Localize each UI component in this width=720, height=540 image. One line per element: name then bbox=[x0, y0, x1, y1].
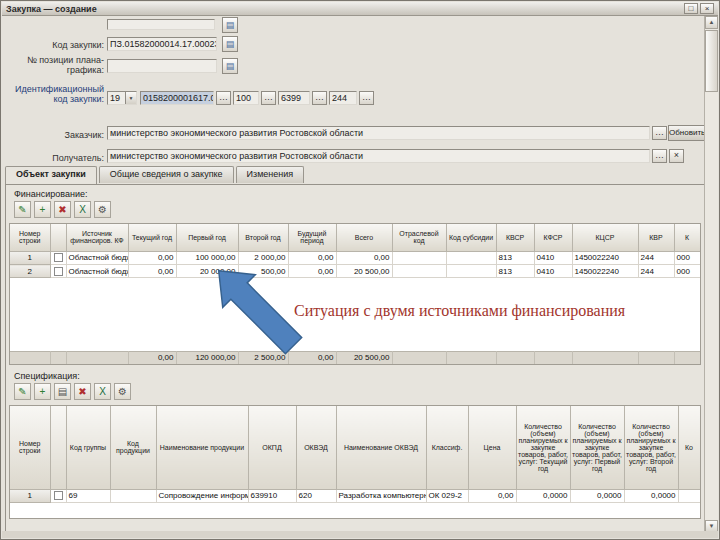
cell[interactable]: 1450022240 bbox=[572, 265, 638, 278]
add-icon[interactable]: + bbox=[34, 383, 51, 400]
column-header[interactable]: Текущий год bbox=[128, 224, 176, 251]
close-button[interactable]: × bbox=[700, 3, 714, 14]
tab-2[interactable]: Изменения bbox=[236, 166, 305, 183]
column-header[interactable]: Код группы bbox=[66, 406, 110, 489]
column-header[interactable]: Наименование продукции bbox=[156, 406, 248, 489]
refresh-button[interactable]: Обновить bbox=[668, 125, 705, 141]
row-checkbox[interactable] bbox=[54, 267, 63, 276]
tab-1[interactable]: Общие сведения о закупке bbox=[99, 166, 234, 183]
maximize-button[interactable]: □ bbox=[684, 3, 698, 14]
column-header[interactable]: Первый год bbox=[176, 224, 238, 251]
delete-icon[interactable]: ✖ bbox=[74, 383, 91, 400]
column-header[interactable]: КЦСР bbox=[572, 224, 638, 251]
settings-icon[interactable]: ⚙ bbox=[114, 383, 131, 400]
ellipsis-button[interactable]: … bbox=[312, 91, 327, 105]
cell[interactable] bbox=[446, 265, 496, 278]
column-header[interactable]: Всего bbox=[336, 224, 392, 251]
column-header[interactable]: КВР bbox=[638, 224, 674, 251]
cell[interactable] bbox=[678, 490, 700, 503]
table-row[interactable]: 1Областной бюджет0,00100 000,002 000,000… bbox=[10, 252, 700, 265]
cell[interactable]: 0,00 bbox=[128, 252, 176, 265]
export-excel-icon[interactable]: X bbox=[94, 383, 111, 400]
column-header[interactable]: КФСР bbox=[534, 224, 572, 251]
chevron-down-icon[interactable]: ▼ bbox=[125, 92, 136, 104]
cell[interactable]: 0,0000 bbox=[516, 490, 570, 503]
ident-code-field[interactable]: 0158200001617.01.01 bbox=[140, 91, 214, 105]
checkbox-cell[interactable] bbox=[50, 265, 66, 278]
cell[interactable]: Разработка компьютерного bbox=[336, 490, 426, 503]
row-checkbox[interactable] bbox=[54, 491, 63, 500]
row-number-cell[interactable]: 1 bbox=[10, 490, 50, 503]
main-vertical-scrollbar[interactable]: ▲ ▼ bbox=[704, 16, 718, 533]
cell[interactable]: 813 bbox=[496, 252, 534, 265]
ellipsis-button[interactable]: … bbox=[216, 91, 231, 105]
column-header[interactable] bbox=[50, 406, 66, 489]
customer-field[interactable]: министерство экономического развития Рос… bbox=[107, 126, 650, 140]
cell[interactable]: 000 bbox=[674, 252, 700, 265]
column-header[interactable]: Наименование ОКВЭД bbox=[336, 406, 426, 489]
column-header[interactable]: Номер строки bbox=[10, 224, 50, 251]
ellipsis-button[interactable]: … bbox=[652, 126, 667, 140]
cell[interactable]: 244 bbox=[638, 252, 674, 265]
export-excel-icon[interactable]: X bbox=[74, 201, 91, 218]
table-row[interactable]: 169Сопровождение информационных639910620… bbox=[10, 490, 700, 503]
lookup-sheet-icon[interactable]: ▤ bbox=[222, 36, 238, 52]
cell[interactable]: 0,00 bbox=[336, 252, 392, 265]
checkbox-cell[interactable] bbox=[50, 252, 66, 265]
cell[interactable]: Сопровождение информационных bbox=[156, 490, 248, 503]
column-header[interactable]: ОКПД bbox=[248, 406, 296, 489]
column-header[interactable]: Количество (объем) планируемых к закупке… bbox=[516, 406, 570, 489]
ellipsis-button[interactable]: … bbox=[261, 91, 276, 105]
purchase-code-field[interactable]: ПЗ.01582000014.17.00023 bbox=[107, 37, 217, 51]
cell[interactable]: ОК 029-2 bbox=[426, 490, 468, 503]
column-header[interactable]: Ко bbox=[678, 406, 700, 489]
column-header[interactable]: Отраслевой код bbox=[392, 224, 446, 251]
edit-icon[interactable]: ✎ bbox=[14, 383, 31, 400]
column-header[interactable]: КВСР bbox=[496, 224, 534, 251]
cell[interactable] bbox=[392, 265, 446, 278]
table-row[interactable]: 2Областной бюджет0,0020 000,00500,000,00… bbox=[10, 265, 700, 278]
edit-icon[interactable]: ✎ bbox=[14, 201, 31, 218]
ellipsis-button[interactable]: … bbox=[359, 91, 374, 105]
window-titlebar[interactable]: Закупка — создание □× bbox=[2, 2, 718, 16]
scroll-up-icon[interactable]: ▲ bbox=[705, 16, 718, 29]
scrollbar-thumb[interactable] bbox=[705, 30, 718, 92]
column-header[interactable] bbox=[50, 224, 66, 251]
delete-icon[interactable]: ✖ bbox=[54, 201, 71, 218]
lookup-sheet-icon[interactable]: ▤ bbox=[222, 17, 238, 33]
column-header[interactable]: ОКВЭД bbox=[296, 406, 336, 489]
cell[interactable]: 244 bbox=[638, 265, 674, 278]
ident-part1-combobox[interactable]: 19 ▼ bbox=[107, 91, 137, 105]
cell[interactable]: 0,00 bbox=[468, 490, 516, 503]
cell[interactable] bbox=[110, 490, 156, 503]
ident-part2-field[interactable]: 100 bbox=[233, 91, 259, 105]
cell[interactable]: 1450022240 bbox=[572, 252, 638, 265]
ident-part3-field[interactable]: 6399 bbox=[278, 91, 310, 105]
lookup-sheet-icon[interactable]: ▤ bbox=[222, 58, 238, 74]
row-checkbox[interactable] bbox=[54, 253, 63, 262]
row-number-cell[interactable]: 1 bbox=[10, 252, 50, 265]
cell[interactable]: Областной бюджет bbox=[66, 265, 128, 278]
column-header[interactable]: Классиф. bbox=[426, 406, 468, 489]
tab-0[interactable]: Объект закупки bbox=[5, 166, 97, 184]
cell[interactable] bbox=[392, 252, 446, 265]
column-header[interactable]: Цена bbox=[468, 406, 516, 489]
cell[interactable]: 0,00 bbox=[128, 265, 176, 278]
cell[interactable]: 0,0000 bbox=[624, 490, 678, 503]
checkbox-cell[interactable] bbox=[50, 490, 66, 503]
column-header[interactable]: Будущий период bbox=[288, 224, 336, 251]
cropped-field[interactable] bbox=[107, 19, 215, 30]
settings-icon[interactable]: ⚙ bbox=[94, 201, 111, 218]
copy-icon[interactable]: ▤ bbox=[54, 383, 71, 400]
column-header[interactable]: Источник финансиров. КФ bbox=[66, 224, 128, 251]
column-header[interactable]: К bbox=[674, 224, 700, 251]
plan-position-field[interactable] bbox=[107, 59, 217, 73]
cell[interactable]: 0410 bbox=[534, 265, 572, 278]
cell[interactable]: 620 bbox=[296, 490, 336, 503]
column-header[interactable]: Количество (объем) планируемых к закупке… bbox=[624, 406, 678, 489]
ident-part4-field[interactable]: 244 bbox=[329, 91, 357, 105]
column-header[interactable]: Количество (объем) планируемых к закупке… bbox=[570, 406, 624, 489]
ellipsis-button[interactable]: … bbox=[652, 149, 667, 163]
cell[interactable]: 000 bbox=[674, 265, 700, 278]
recipient-field[interactable]: министерство экономического развития Рос… bbox=[107, 149, 650, 163]
